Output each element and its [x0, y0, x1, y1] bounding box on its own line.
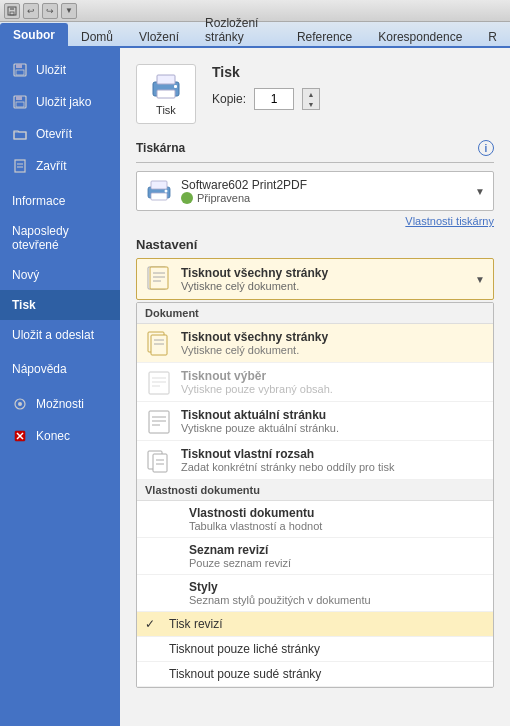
floppy-as-icon — [12, 94, 28, 110]
sidebar: Uložit Uložit jako Otevřít Zavřít Inform… — [0, 48, 120, 726]
printer-status: Připravena — [181, 192, 467, 204]
svg-rect-1 — [10, 7, 14, 10]
sidebar-item-novy[interactable]: Nový — [0, 260, 120, 290]
tab-domu[interactable]: Domů — [68, 25, 126, 48]
printer-name: Software602 Print2PDF — [181, 178, 467, 192]
printer-divider — [136, 162, 494, 163]
close-doc-icon — [12, 158, 28, 174]
odd-check-icon — [145, 642, 157, 656]
sidebar-item-ulozit[interactable]: Uložit — [0, 54, 120, 86]
print-controls: Tisk Kopie: ▲ ▼ — [212, 64, 320, 110]
current-page-icon — [145, 407, 173, 435]
tab-vlozeni[interactable]: Vložení — [126, 25, 192, 48]
svg-point-25 — [165, 190, 168, 193]
dropdown-item-odd-pages[interactable]: Tisknout pouze liché stránky — [137, 637, 493, 662]
copies-input[interactable] — [254, 88, 294, 110]
print-title: Tisk — [212, 64, 320, 80]
sidebar-item-tisk[interactable]: Tisk — [0, 290, 120, 320]
content-area: Tisk Tisk Kopie: ▲ ▼ Tiskárna i — [120, 48, 510, 726]
undo-icon[interactable]: ↩ — [23, 3, 39, 19]
dropdown-item-doc-props[interactable]: Vlastnosti dokumentu Tabulka vlastností … — [137, 501, 493, 538]
tab-r[interactable]: R — [475, 25, 510, 48]
selection-icon — [145, 368, 173, 396]
sidebar-item-ulozit-odeslat[interactable]: Uložit a odeslat — [0, 320, 120, 350]
customize-icon[interactable]: ▼ — [61, 3, 77, 19]
printer-info-icon[interactable]: i — [478, 140, 494, 156]
sidebar-item-ulozit-jako[interactable]: Uložit jako — [0, 86, 120, 118]
custom-range-icon — [145, 446, 173, 474]
dropdown-item-text-odd-pages: Tisknout pouze liché stránky — [165, 642, 320, 656]
sidebar-label-zavrit: Zavřít — [36, 159, 67, 173]
svg-rect-44 — [153, 454, 167, 472]
sidebar-item-informace[interactable]: Informace — [0, 186, 120, 216]
copies-down-button[interactable]: ▼ — [303, 99, 319, 109]
all-pages-icon — [145, 329, 173, 357]
sidebar-label-moznosti: Možnosti — [36, 397, 84, 411]
sidebar-label-ulozit: Uložit — [36, 63, 66, 77]
print-header: Tisk Tisk Kopie: ▲ ▼ — [136, 64, 494, 124]
options-icon — [12, 396, 28, 412]
printer-properties-link[interactable]: Vlastnosti tiskárny — [136, 215, 494, 227]
floppy-icon — [12, 62, 28, 78]
sidebar-item-konec[interactable]: Konec — [0, 420, 120, 452]
tab-rozlozeni[interactable]: Rozložení stránky — [192, 11, 284, 48]
sidebar-label-napoveda: Nápověda — [12, 362, 67, 376]
tab-korespondence[interactable]: Korespondence — [365, 25, 475, 48]
tab-reference[interactable]: Reference — [284, 25, 365, 48]
dropdown-list: Dokument Tisknout všechny stránky Vytisk… — [136, 302, 494, 688]
printer-row[interactable]: Software602 Print2PDF Připravena ▼ — [136, 171, 494, 211]
printer-info: Software602 Print2PDF Připravena — [181, 178, 467, 204]
print-button[interactable]: Tisk — [136, 64, 196, 124]
sidebar-label-otevrit: Otevřít — [36, 127, 72, 141]
dropdown-item-text-custom-range: Tisknout vlastní rozsah Zadat konkrétní … — [181, 447, 394, 473]
ribbon-tabs: Soubor Domů Vložení Rozložení stránky Re… — [0, 22, 510, 48]
printer-section-title: Tiskárna i — [136, 140, 494, 156]
dropdown-item-even-pages[interactable]: Tisknout pouze sudé stránky — [137, 662, 493, 687]
dropdown-item-text-styles: Styly Seznam stylů použitých v dokumentu — [189, 580, 371, 606]
svg-point-14 — [18, 402, 22, 406]
dropdown-item-tisk-revizi[interactable]: ✓ Tisk revizí — [137, 612, 493, 637]
svg-rect-8 — [16, 102, 24, 107]
svg-rect-19 — [157, 75, 175, 84]
svg-rect-21 — [174, 85, 177, 88]
dropdown-item-selection[interactable]: Tisknout výběr Vytiskne pouze vybraný ob… — [137, 363, 493, 402]
sidebar-label-ulozit-jako: Uložit jako — [36, 95, 91, 109]
dropdown-item-text-all-pages: Tisknout všechny stránky Vytiskne celý d… — [181, 330, 328, 356]
dropdown-item-text-tisk-revizi: Tisk revizí — [165, 617, 223, 631]
sidebar-item-moznosti[interactable]: Možnosti — [0, 388, 120, 420]
dropdown-item-styles[interactable]: Styly Seznam stylů použitých v dokumentu — [137, 575, 493, 612]
sidebar-item-zavrit[interactable]: Zavřít — [0, 150, 120, 182]
svg-rect-9 — [14, 132, 26, 139]
print-option-dropdown[interactable]: Tisknout všechny stránky Vytiskne celý d… — [136, 258, 494, 300]
svg-rect-4 — [16, 64, 22, 68]
tab-soubor[interactable]: Soubor — [0, 23, 68, 48]
dropdown-item-revisions[interactable]: Seznam revizí Pouze seznam revizí — [137, 538, 493, 575]
main-layout: Uložit Uložit jako Otevřít Zavřít Inform… — [0, 48, 510, 726]
redo-icon[interactable]: ↪ — [42, 3, 58, 19]
dropdown-item-text-doc-props: Vlastnosti dokumentu Tabulka vlastností … — [189, 506, 322, 532]
dropdown-item-custom-range[interactable]: Tisknout vlastní rozsah Zadat konkrétní … — [137, 441, 493, 480]
svg-rect-24 — [151, 193, 167, 200]
printer-icon — [149, 72, 183, 102]
sidebar-item-napoveda[interactable]: Nápověda — [0, 354, 120, 384]
sidebar-label-novy: Nový — [12, 268, 39, 282]
copies-label: Kopie: — [212, 92, 246, 106]
dropdown-item-current-page[interactable]: Tisknout aktuální stránku Vytiskne pouze… — [137, 402, 493, 441]
svg-rect-32 — [151, 335, 167, 355]
dropdown-item-text-current-page: Tisknout aktuální stránku Vytiskne pouze… — [181, 408, 339, 434]
dropdown-item-all-pages[interactable]: Tisknout všechny stránky Vytiskne celý d… — [137, 324, 493, 363]
copies-up-button[interactable]: ▲ — [303, 89, 319, 99]
konec-icon — [12, 428, 28, 444]
doc-all-icon — [145, 265, 173, 293]
svg-rect-5 — [16, 70, 24, 75]
sidebar-item-naposledy[interactable]: Naposledy otevřené — [0, 216, 120, 260]
svg-rect-35 — [149, 372, 169, 394]
svg-rect-7 — [16, 96, 22, 100]
title-bar-icons: ↩ ↪ ▼ — [4, 3, 77, 19]
svg-rect-27 — [150, 267, 168, 289]
folder-icon — [12, 126, 28, 142]
status-dot — [181, 192, 193, 204]
svg-rect-23 — [151, 181, 167, 189]
save-icon[interactable] — [4, 3, 20, 19]
sidebar-item-otevrit[interactable]: Otevřít — [0, 118, 120, 150]
